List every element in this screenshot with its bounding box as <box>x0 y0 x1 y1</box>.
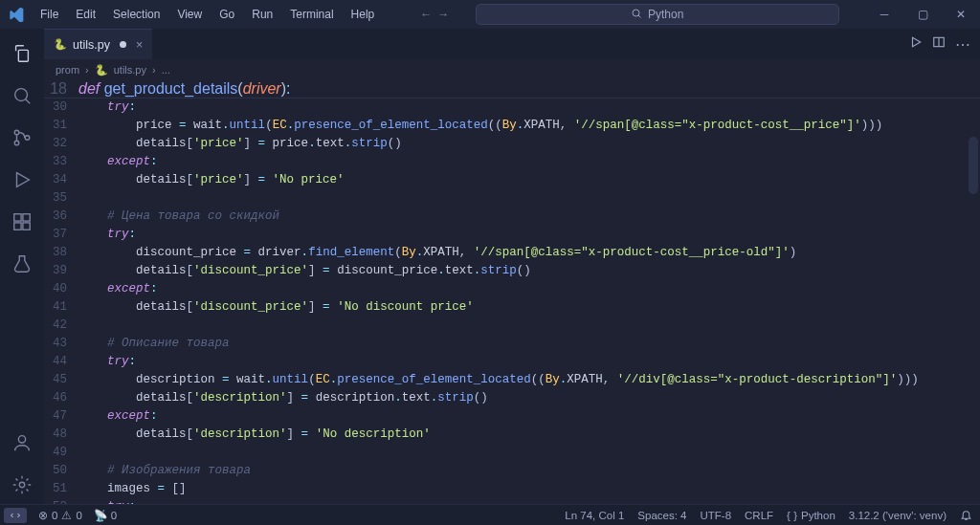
settings-gear-icon[interactable] <box>0 466 44 504</box>
svg-point-0 <box>633 10 639 16</box>
split-editor-icon[interactable] <box>932 35 946 54</box>
title-bar: File Edit Selection View Go Run Terminal… <box>0 0 980 29</box>
testing-icon[interactable] <box>0 245 44 283</box>
menu-go[interactable]: Go <box>212 4 242 25</box>
menu-run[interactable]: Run <box>244 4 280 25</box>
line-number: 38 <box>44 244 78 262</box>
code-line[interactable]: 39 details['discount_price'] = discount_… <box>44 262 980 280</box>
code-line[interactable]: 52 try: <box>44 498 980 504</box>
code-line[interactable]: 43 # Описание товара <box>44 335 980 353</box>
code-content: try: <box>78 353 136 371</box>
code-line[interactable]: 45 description = wait.until(EC.presence_… <box>44 371 980 389</box>
code-line[interactable]: 30 try: <box>44 98 980 117</box>
menu-selection[interactable]: Selection <box>105 4 167 25</box>
maximize-button[interactable]: ▢ <box>903 0 942 29</box>
editor-area: 🐍 utils.py × ⋯ prom › 🐍 utils.py › ... 1… <box>44 29 980 504</box>
extensions-icon[interactable] <box>0 203 44 241</box>
code-line[interactable]: 47 except: <box>44 407 980 426</box>
svg-point-4 <box>25 136 30 141</box>
code-content: try: <box>78 98 136 117</box>
code-line[interactable]: 42 <box>44 317 980 335</box>
tab-utils-py[interactable]: 🐍 utils.py × <box>44 29 152 59</box>
line-number: 31 <box>44 117 78 135</box>
status-eol[interactable]: CRLF <box>745 509 773 521</box>
status-notifications-icon[interactable] <box>960 509 972 521</box>
line-number: 42 <box>44 317 78 335</box>
line-number: 50 <box>44 462 78 480</box>
code-line[interactable]: 34 details['price'] = 'No price' <box>44 171 980 189</box>
line-number: 41 <box>44 298 78 317</box>
code-line[interactable]: 37 try: <box>44 226 980 244</box>
run-debug-icon[interactable] <box>0 161 44 199</box>
code-line[interactable]: 36 # Цена товара со скидкой <box>44 208 980 226</box>
error-icon: ⊗ <box>38 509 48 522</box>
code-content: description = wait.until(EC.presence_of_… <box>78 371 919 389</box>
breadcrumb-folder[interactable]: prom <box>56 64 79 76</box>
status-encoding[interactable]: UTF-8 <box>700 509 731 521</box>
explorer-icon[interactable] <box>0 34 44 73</box>
activity-bar <box>0 29 44 504</box>
svg-point-10 <box>19 482 25 488</box>
code-content: details['price'] = price.text.strip() <box>78 135 402 153</box>
line-number: 45 <box>44 371 78 389</box>
status-python-env[interactable]: 3.12.2 ('venv': venv) <box>849 509 947 521</box>
code-content: details['discount_price'] = 'No discount… <box>78 298 474 317</box>
status-problems[interactable]: ⊗0 ⚠0 <box>38 509 82 522</box>
vscode-logo-icon <box>0 7 33 22</box>
menu-view[interactable]: View <box>169 4 210 25</box>
code-line[interactable]: 44 try: <box>44 353 980 371</box>
line-number: 49 <box>44 444 78 462</box>
menu-terminal[interactable]: Terminal <box>282 4 341 25</box>
svg-point-1 <box>15 89 28 101</box>
code-line[interactable]: 40 except: <box>44 280 980 298</box>
code-content: except: <box>78 407 158 426</box>
menu-file[interactable]: File <box>33 4 66 25</box>
breadcrumb-more[interactable]: ... <box>162 64 170 76</box>
code-line[interactable]: 50 # Изображения товара <box>44 462 980 480</box>
search-sidebar-icon[interactable] <box>0 77 44 115</box>
code-editor[interactable]: 30 try:31 price = wait.until(EC.presence… <box>44 98 980 504</box>
status-spaces[interactable]: Spaces: 4 <box>637 509 686 521</box>
status-lncol[interactable]: Ln 74, Col 1 <box>565 509 624 521</box>
code-line[interactable]: 33 except: <box>44 153 980 171</box>
breadcrumbs[interactable]: prom › 🐍 utils.py › ... <box>44 59 980 80</box>
menu-bar: File Edit Selection View Go Run Terminal… <box>33 4 382 25</box>
run-file-icon[interactable] <box>909 35 923 54</box>
search-icon <box>631 8 642 22</box>
code-line[interactable]: 38 discount_price = driver.find_element(… <box>44 244 980 262</box>
menu-help[interactable]: Help <box>344 4 383 25</box>
line-number: 18 <box>44 80 78 98</box>
code-line[interactable]: 35 <box>44 189 980 208</box>
code-line[interactable]: 41 details['discount_price'] = 'No disco… <box>44 298 980 317</box>
tab-close-icon[interactable]: × <box>136 38 143 52</box>
breadcrumb-file[interactable]: utils.py <box>114 64 146 76</box>
code-line[interactable]: 31 price = wait.until(EC.presence_of_ele… <box>44 117 980 135</box>
command-center[interactable]: Python <box>476 4 839 25</box>
source-control-icon[interactable] <box>0 119 44 157</box>
remote-indicator[interactable] <box>4 508 27 523</box>
more-actions-icon[interactable]: ⋯ <box>955 35 970 54</box>
menu-edit[interactable]: Edit <box>68 4 103 25</box>
status-ports[interactable]: 📡0 <box>94 509 117 522</box>
code-content: details['price'] = 'No price' <box>78 171 345 189</box>
braces-icon: { } <box>787 510 797 521</box>
code-line[interactable]: 51 images = [] <box>44 480 980 498</box>
code-line[interactable]: 46 details['description'] = description.… <box>44 389 980 407</box>
command-center-label: Python <box>648 8 683 21</box>
code-line[interactable]: 48 details['description'] = 'No descript… <box>44 426 980 444</box>
line-number: 32 <box>44 135 78 153</box>
status-language[interactable]: { } Python <box>787 509 835 521</box>
nav-forward-icon[interactable]: → <box>437 8 449 21</box>
radio-icon: 📡 <box>94 509 107 522</box>
svg-rect-8 <box>23 214 30 221</box>
code-content: try: <box>78 226 136 244</box>
svg-point-2 <box>14 130 19 135</box>
code-line[interactable]: 32 details['price'] = price.text.strip() <box>44 135 980 153</box>
sticky-scroll[interactable]: 18 def get_product_details(driver): <box>44 80 980 98</box>
scrollbar-thumb[interactable] <box>969 137 978 194</box>
close-window-button[interactable]: ✕ <box>942 0 980 29</box>
code-line[interactable]: 49 <box>44 444 980 462</box>
minimize-button[interactable]: ─ <box>865 0 903 29</box>
accounts-icon[interactable] <box>0 424 44 462</box>
nav-back-icon[interactable]: ← <box>420 8 432 21</box>
